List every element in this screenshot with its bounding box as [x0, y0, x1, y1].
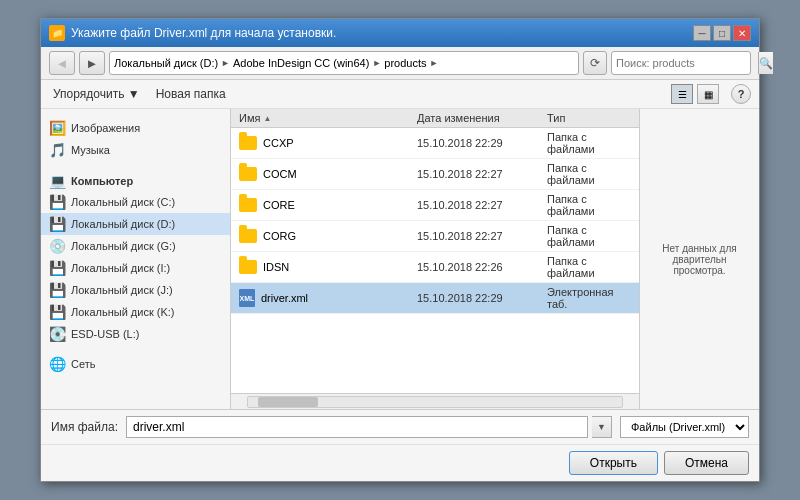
folder-icon-ccxp [239, 136, 257, 150]
refresh-button[interactable]: ⟳ [583, 51, 607, 75]
disk-d-label: Локальный диск (D:) [71, 218, 175, 230]
file-name-ccxp: CCXP [263, 137, 294, 149]
file-row-core[interactable]: CORE 15.10.2018 22:27 Папка с файлами [231, 190, 639, 221]
file-list: CCXP 15.10.2018 22:29 Папка с файлами CO… [231, 128, 639, 393]
filename-input-wrap: ▼ [126, 416, 612, 438]
view-grid-button[interactable]: ▦ [697, 84, 719, 104]
col-date-label: Дата изменения [417, 112, 500, 124]
filename-dropdown-button[interactable]: ▼ [592, 416, 612, 438]
filetype-select-wrap: Файлы (Driver.xml) [620, 416, 749, 438]
breadcrumb-part-3[interactable]: products [384, 57, 426, 69]
help-button[interactable]: ? [731, 84, 751, 104]
xml-file-icon: XML [239, 289, 255, 307]
disk-c-icon: 💾 [49, 194, 65, 210]
back-button[interactable]: ◄ [49, 51, 75, 75]
breadcrumb-part-2[interactable]: Adobe InDesign CC (win64) [233, 57, 369, 69]
sidebar: 🖼️ Изображения 🎵 Музыка 💻 Компьютер 💾 Ло… [41, 109, 231, 409]
music-icon: 🎵 [49, 142, 65, 158]
search-icon[interactable]: 🔍 [758, 52, 773, 74]
file-cell-type-cocm: Папка с файлами [539, 162, 639, 186]
sidebar-item-disk-k[interactable]: 💾 Локальный диск (K:) [41, 301, 230, 323]
disk-i-label: Локальный диск (I:) [71, 262, 170, 274]
sidebar-item-images-label: Изображения [71, 122, 140, 134]
file-cell-date-idsn: 15.10.2018 22:26 [409, 261, 539, 273]
title-controls: ─ □ ✕ [693, 25, 751, 41]
disk-k-icon: 💾 [49, 304, 65, 320]
file-name-corg: CORG [263, 230, 296, 242]
col-name-header[interactable]: Имя ▲ [231, 112, 409, 124]
disk-g-label: Локальный диск (G:) [71, 240, 176, 252]
breadcrumb-sep-3: ► [430, 58, 439, 68]
cancel-button[interactable]: Отмена [664, 451, 749, 475]
sidebar-section-network: 🌐 Сеть [41, 353, 230, 375]
sidebar-item-network[interactable]: 🌐 Сеть [41, 353, 230, 375]
maximize-button[interactable]: □ [713, 25, 731, 41]
disk-k-label: Локальный диск (K:) [71, 306, 175, 318]
file-row-idsn[interactable]: IDSN 15.10.2018 22:26 Папка с файлами [231, 252, 639, 283]
breadcrumb-bar[interactable]: Локальный диск (D:) ► Adobe InDesign CC … [109, 51, 579, 75]
col-date-header[interactable]: Дата изменения [409, 112, 539, 124]
folder-icon-core [239, 198, 257, 212]
view-list-button[interactable]: ☰ [671, 84, 693, 104]
sidebar-item-music-label: Музыка [71, 144, 110, 156]
new-folder-button[interactable]: Новая папка [152, 85, 230, 103]
file-cell-date-core: 15.10.2018 22:27 [409, 199, 539, 211]
col-name-label: Имя [239, 112, 260, 124]
file-cell-date-corg: 15.10.2018 22:27 [409, 230, 539, 242]
sidebar-item-music[interactable]: 🎵 Музыка [41, 139, 230, 161]
open-button[interactable]: Открыть [569, 451, 658, 475]
file-name-idsn: IDSN [263, 261, 289, 273]
file-row-corg[interactable]: CORG 15.10.2018 22:27 Папка с файлами [231, 221, 639, 252]
sidebar-item-disk-d[interactable]: 💾 Локальный диск (D:) [41, 213, 230, 235]
forward-button[interactable]: ► [79, 51, 105, 75]
breadcrumb-sep-2: ► [372, 58, 381, 68]
file-cell-name-cocm: COCM [231, 167, 409, 181]
sidebar-item-images[interactable]: 🖼️ Изображения [41, 117, 230, 139]
organize-menu[interactable]: Упорядочить ▼ [49, 85, 144, 103]
file-row-driverxml[interactable]: XML driver.xml 15.10.2018 22:29 Электрон… [231, 283, 639, 314]
file-row-cocm[interactable]: COCM 15.10.2018 22:27 Папка с файлами [231, 159, 639, 190]
file-name-cocm: COCM [263, 168, 297, 180]
file-name-core: CORE [263, 199, 295, 211]
main-content: 🖼️ Изображения 🎵 Музыка 💻 Компьютер 💾 Ло… [41, 109, 759, 409]
file-cell-date-driverxml: 15.10.2018 22:29 [409, 292, 539, 304]
file-cell-name-corg: CORG [231, 229, 409, 243]
filename-label: Имя файла: [51, 420, 118, 434]
network-icon: 🌐 [49, 356, 65, 372]
preview-panel: Нет данных для дварительн просмотра. [639, 109, 759, 409]
sort-arrow-icon: ▲ [263, 114, 271, 123]
horizontal-scrollbar[interactable] [231, 393, 639, 409]
h-scroll-track[interactable] [247, 396, 623, 408]
sidebar-item-disk-c[interactable]: 💾 Локальный диск (C:) [41, 191, 230, 213]
h-scroll-thumb[interactable] [258, 397, 318, 407]
sidebar-item-disk-j[interactable]: 💾 Локальный диск (J:) [41, 279, 230, 301]
menu-bar: Упорядочить ▼ Новая папка ☰ ▦ ? [41, 80, 759, 109]
search-input[interactable] [612, 57, 758, 69]
file-cell-type-ccxp: Папка с файлами [539, 131, 639, 155]
filetype-select[interactable]: Файлы (Driver.xml) [620, 416, 749, 438]
disk-d-icon: 💾 [49, 216, 65, 232]
disk-i-icon: 💾 [49, 260, 65, 276]
action-row: Открыть Отмена [41, 444, 759, 481]
filename-input[interactable] [126, 416, 588, 438]
minimize-button[interactable]: ─ [693, 25, 711, 41]
sidebar-item-disk-g[interactable]: 💿 Локальный диск (G:) [41, 235, 230, 257]
file-name-driverxml: driver.xml [261, 292, 308, 304]
title-bar-left: 📁 Укажите файл Driver.xml для начала уст… [49, 25, 336, 41]
disk-g-icon: 💿 [49, 238, 65, 254]
sidebar-item-disk-i[interactable]: 💾 Локальный диск (I:) [41, 257, 230, 279]
sidebar-item-disk-l[interactable]: 💽 ESD-USB (L:) [41, 323, 230, 345]
file-cell-type-driverxml: Электронная таб. [539, 286, 639, 310]
file-row-ccxp[interactable]: CCXP 15.10.2018 22:29 Папка с файлами [231, 128, 639, 159]
col-type-header[interactable]: Тип [539, 112, 639, 124]
images-icon: 🖼️ [49, 120, 65, 136]
breadcrumb-part-1[interactable]: Локальный диск (D:) [114, 57, 218, 69]
file-cell-type-core: Папка с файлами [539, 193, 639, 217]
sidebar-section-computer: 💻 Компьютер 💾 Локальный диск (C:) 💾 Лока… [41, 169, 230, 345]
close-button[interactable]: ✕ [733, 25, 751, 41]
network-label: Сеть [71, 358, 95, 370]
file-cell-type-idsn: Папка с файлами [539, 255, 639, 279]
menu-bar-right: ☰ ▦ ? [671, 84, 751, 104]
col-type-label: Тип [547, 112, 565, 124]
file-cell-date-ccxp: 15.10.2018 22:29 [409, 137, 539, 149]
